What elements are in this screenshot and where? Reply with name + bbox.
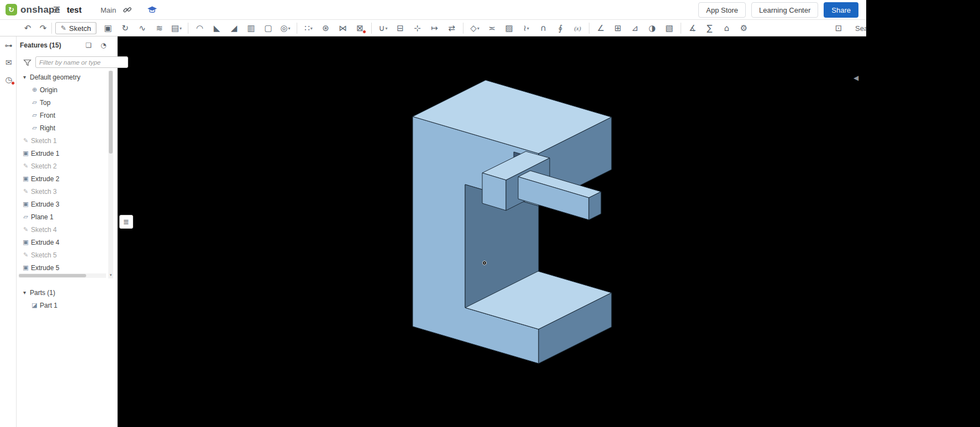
feature-row-sketch-4[interactable]: ✎Sketch 4 <box>17 223 108 236</box>
search-tools-label[interactable]: Sea <box>855 24 866 33</box>
delete-part-icon[interactable]: ⊠ <box>351 21 368 35</box>
undo-icon[interactable]: ↶ <box>21 22 34 34</box>
draft-icon[interactable]: ◢ <box>225 21 243 35</box>
redo-icon[interactable]: ↷ <box>36 22 50 34</box>
history-icon[interactable]: ◷ <box>4 75 13 84</box>
loft-icon[interactable]: ≋ <box>151 21 168 35</box>
shell-icon[interactable]: ▢ <box>260 21 277 35</box>
feature-row-extrude-1[interactable]: ▣Extrude 1 <box>17 147 108 160</box>
fill-surface-icon[interactable]: ▨ <box>500 21 518 35</box>
toolbar-group-separator <box>460 21 466 35</box>
linear-pattern-icon[interactable]: ∷▾ <box>300 21 317 35</box>
feature-row-part-1[interactable]: ◪Part 1 <box>17 299 118 312</box>
helix-icon[interactable]: ∮ <box>552 21 569 35</box>
helix-icon: ∮ <box>559 23 563 33</box>
surface-icon[interactable]: ◇▾ <box>466 21 483 35</box>
feature-filter-input[interactable] <box>35 56 128 68</box>
zoom-to-fit-icon[interactable]: ⊡ <box>832 22 845 34</box>
extrude-icon[interactable]: ▣ <box>99 21 117 35</box>
feature-row-origin[interactable]: ⊕Origin <box>17 83 108 96</box>
feature-label: Sketch 3 <box>31 188 57 196</box>
learning-center-button[interactable]: Learning Center <box>751 2 818 18</box>
model-canvas[interactable]: ≣ ◀ <box>118 36 980 427</box>
workspace-branch-label[interactable]: Main <box>101 6 116 14</box>
dropdown-caret-icon[interactable]: ▾ <box>477 26 480 31</box>
dropdown-caret-icon[interactable]: ▾ <box>310 26 313 31</box>
project-curve-icon[interactable]: ∩ <box>535 21 552 35</box>
dropdown-caret-icon[interactable]: ▾ <box>527 26 529 31</box>
feature-row-plane-1[interactable]: ▱Plane 1 <box>17 210 108 223</box>
feature-row-sketch-2[interactable]: ✎Sketch 2 <box>17 160 108 172</box>
feature-row-sketch-3[interactable]: ✎Sketch 3 <box>17 185 108 198</box>
vertical-scrollbar-thumb[interactable] <box>109 71 113 154</box>
app-store-button[interactable]: App Store <box>698 2 746 18</box>
circular-pattern-icon[interactable]: ⊛ <box>317 21 334 35</box>
settings-icon[interactable]: ⚙ <box>735 21 752 35</box>
feature-row-extrude-2[interactable]: ▣Extrude 2 <box>17 172 108 185</box>
feature-row-default-geometry[interactable]: ▾Default geometry <box>17 71 108 83</box>
left-rail: ≣⊶✉◷ <box>0 20 17 427</box>
weldment-icon[interactable]: ⊿ <box>626 21 644 35</box>
feature-row-top[interactable]: ▱Top <box>17 96 108 109</box>
share-button[interactable]: Share <box>824 2 858 18</box>
variable-icon[interactable]: (x) <box>569 21 586 35</box>
scroll-down-arrow-icon[interactable]: ▾ <box>108 272 113 278</box>
offset-surface-icon[interactable]: ≍ <box>483 21 500 35</box>
mirror-icon[interactable]: ⋈ <box>334 21 351 35</box>
boolean-icon[interactable]: ∪▾ <box>375 21 392 35</box>
feature-row-front[interactable]: ▱Front <box>17 109 108 122</box>
dropdown-caret-icon[interactable]: ▾ <box>288 26 291 31</box>
feature-tree: ▾Default geometry⊕Origin▱Top▱Front▱Right… <box>17 71 108 274</box>
revolve-icon[interactable]: ↻ <box>117 21 134 35</box>
rollback-history-icon[interactable]: ◔ <box>101 41 106 49</box>
vertical-scrollbar[interactable]: ▾ <box>108 71 113 278</box>
transform-icon[interactable]: ⊹ <box>409 21 426 35</box>
composite-part-icon: ◑ <box>649 23 656 33</box>
thicken-icon[interactable]: ▤▾ <box>168 21 185 35</box>
float-panel-icon[interactable]: ❏ <box>86 41 92 49</box>
feature-row-sketch-1[interactable]: ✎Sketch 1 <box>17 134 108 147</box>
horizontal-scrollbar[interactable] <box>19 273 106 278</box>
named-views-icon[interactable]: ⌂ <box>718 21 735 35</box>
split-icon[interactable]: ⊟ <box>392 21 409 35</box>
measure-icon[interactable]: ∡ <box>684 21 701 35</box>
feature-list-toggle-button[interactable]: ≣ <box>119 215 133 229</box>
hole-icon[interactable]: ◎▾ <box>277 21 294 35</box>
learning-cap-icon[interactable] <box>147 6 157 15</box>
parts-section-header[interactable]: ▾ Parts (1) <box>17 286 118 299</box>
fillet-icon[interactable]: ◠ <box>191 21 208 35</box>
dropdown-caret-icon[interactable]: ▾ <box>385 26 387 31</box>
panel-collapse-arrow-icon[interactable]: ◀ <box>853 74 858 82</box>
chamfer-icon[interactable]: ◣ <box>208 21 225 35</box>
curve-icon[interactable]: ≀▾ <box>518 21 535 35</box>
feature-row-extrude-3[interactable]: ▣Extrude 3 <box>17 198 108 210</box>
feature-row-extrude-5[interactable]: ▣Extrude 5 <box>17 261 108 274</box>
dropdown-caret-icon[interactable]: ▾ <box>180 26 182 31</box>
onshape-logo[interactable]: ↻ onshape <box>6 4 60 15</box>
feature-row-sketch-5[interactable]: ✎Sketch 5 <box>17 249 108 261</box>
document-title[interactable]: test <box>67 5 82 14</box>
mass-properties-icon[interactable]: ∑ <box>701 21 718 35</box>
horizontal-scrollbar-thumb[interactable] <box>19 274 86 277</box>
filter-funnel-icon[interactable] <box>23 59 31 68</box>
feature-row-extrude-4[interactable]: ▣Extrude 4 <box>17 236 108 249</box>
replace-face-icon[interactable]: ⇄ <box>443 21 460 35</box>
material-icon[interactable]: ▧ <box>661 21 678 35</box>
versions-icon[interactable]: ⊶ <box>4 40 13 50</box>
document-menu-icon[interactable]: ☰ <box>53 5 60 15</box>
sweep-icon[interactable]: ∿ <box>134 21 151 35</box>
sketch-button[interactable]: ✎ Sketch <box>55 22 97 34</box>
feature-label: Extrude 3 <box>31 201 59 208</box>
frame-icon[interactable]: ⊞ <box>609 21 626 35</box>
hole-icon: ◎ <box>280 23 287 33</box>
sheet-metal-icon[interactable]: ∠ <box>592 21 609 35</box>
composite-part-icon[interactable]: ◑ <box>644 21 661 35</box>
share-link-icon[interactable] <box>123 6 132 16</box>
feature-row-right[interactable]: ▱Right <box>17 122 108 134</box>
comments-icon[interactable]: ✉ <box>4 57 13 67</box>
chevron-down-icon[interactable]: ▾ <box>21 289 28 296</box>
rib-icon[interactable]: ▥ <box>243 21 260 35</box>
chevron-down-icon[interactable]: ▾ <box>21 74 28 80</box>
part-3d-model[interactable] <box>118 36 980 427</box>
move-face-icon[interactable]: ↦ <box>426 21 443 35</box>
